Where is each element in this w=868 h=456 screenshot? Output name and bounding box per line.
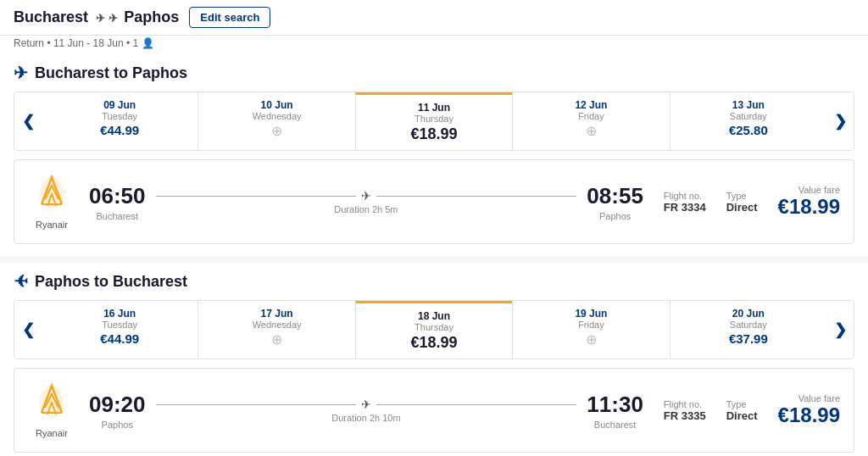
return-flight-no-col: Flight no. FR 3335 — [664, 399, 706, 422]
outbound-depart-block: 06:50 Bucharest — [89, 183, 146, 221]
return-fare-label: Value fare — [778, 393, 840, 403]
outbound-type-col: Type Direct — [726, 191, 758, 214]
edit-search-button[interactable]: Edit search — [189, 7, 270, 28]
return-airline-name: Ryanair — [28, 428, 75, 438]
outbound-type-label: Type — [726, 191, 758, 201]
route-arrow: ✈ ✈ — [96, 12, 120, 25]
outbound-fare-price: €18.99 — [778, 195, 840, 219]
return-fare-block: Value fare €18.99 — [778, 393, 840, 427]
origin-label: Bucharest — [14, 8, 88, 25]
outbound-date-4[interactable]: 13 Jun Saturday €25.80 — [670, 92, 826, 150]
outbound-flight-no-col: Flight no. FR 3334 — [664, 191, 706, 214]
passenger-count: 1 — [133, 37, 139, 49]
outbound-fare-block: Value fare €18.99 — [778, 185, 840, 219]
outbound-next-button[interactable]: ❯ — [826, 92, 854, 150]
outbound-duration-block: ✈ Duration 2h 5m — [146, 189, 587, 214]
return-date-4[interactable]: 20 Jun Saturday €37.99 — [670, 301, 826, 359]
outbound-flight-plane-icon: ✈ — [361, 189, 371, 203]
return-next-button[interactable]: ❯ — [826, 301, 854, 359]
return-type-value: Direct — [726, 409, 758, 422]
outbound-date-0[interactable]: 09 Jun Tuesday €44.99 — [42, 92, 198, 150]
return-arrive-city: Bucharest — [587, 420, 643, 430]
outbound-title: ✈ Bucharest to Paphos — [14, 63, 854, 83]
outbound-depart-time: 06:50 — [89, 183, 146, 209]
outbound-date-2[interactable]: 11 Jun Thursday €18.99 — [355, 92, 512, 150]
outbound-flight-no-label: Flight no. — [664, 191, 706, 201]
page-header: Bucharest ✈ ✈ Paphos Edit search — [0, 0, 868, 36]
return-plane-icon: ✈ — [14, 271, 28, 292]
outbound-duration-text: Duration 2h 5m — [156, 204, 577, 214]
trip-info: Return • 11 Jun - 18 Jun • 1 👤 — [0, 36, 868, 54]
return-date-1[interactable]: 17 Jun Wednesday ⊕ — [198, 301, 354, 359]
return-arrive-time: 11:30 — [587, 392, 643, 418]
return-type-col: Type Direct — [726, 399, 758, 422]
return-prev-button[interactable]: ❮ — [14, 301, 42, 359]
return-flight-card: Ryanair 09:20 Paphos ✈ Duration 2h 10m 1… — [14, 368, 854, 453]
return-duration-block: ✈ Duration 2h 10m — [146, 398, 587, 423]
return-date-nav: ❮ 16 Jun Tuesday €44.99 17 Jun Wednesday… — [14, 300, 854, 359]
return-flight-plane-icon: ✈ — [361, 398, 371, 411]
return-flight-times: 09:20 Paphos ✈ Duration 2h 10m 11:30 Buc… — [89, 392, 643, 430]
outbound-plane-icon: ✈ — [14, 63, 28, 83]
return-date-3[interactable]: 19 Jun Friday ⊕ — [512, 301, 669, 359]
outbound-depart-city: Bucharest — [89, 211, 146, 221]
return-date-0[interactable]: 16 Jun Tuesday €44.99 — [42, 301, 198, 359]
section-divider — [0, 256, 868, 263]
return-section: ✈ Paphos to Bucharest ❮ 16 Jun Tuesday €… — [0, 263, 868, 453]
return-type-label: Type — [726, 399, 758, 409]
return-flight-no-label: Flight no. — [664, 399, 706, 409]
outbound-arrive-time: 08:55 — [587, 183, 643, 209]
outbound-flight-card: Ryanair 06:50 Bucharest ✈ Duration 2h 5m… — [14, 159, 854, 244]
outbound-flight-no-value: FR 3334 — [664, 201, 706, 214]
outbound-section: ✈ Bucharest to Paphos ❮ 09 Jun Tuesday €… — [0, 54, 868, 244]
outbound-date-3[interactable]: 12 Jun Friday ⊕ — [512, 92, 669, 150]
trip-type: Return — [14, 37, 44, 49]
return-depart-time: 09:20 — [89, 392, 146, 418]
route-title: Bucharest ✈ ✈ Paphos — [14, 8, 179, 26]
return-title: ✈ Paphos to Bucharest — [14, 271, 854, 292]
return-date-2[interactable]: 18 Jun Thursday €18.99 — [355, 301, 512, 359]
outbound-airline-name: Ryanair — [28, 220, 75, 230]
ryanair-harp-icon — [28, 174, 75, 218]
trip-dates: 11 Jun - 18 Jun — [53, 37, 124, 49]
outbound-type-value: Direct — [726, 201, 758, 214]
return-depart-city: Paphos — [89, 420, 146, 430]
outbound-date-nav: ❮ 09 Jun Tuesday €44.99 10 Jun Wednesday… — [14, 92, 854, 151]
return-flight-info: Flight no. FR 3335 Type Direct — [664, 399, 758, 422]
outbound-fare-label: Value fare — [778, 185, 840, 195]
outbound-date-1[interactable]: 10 Jun Wednesday ⊕ — [198, 92, 354, 150]
return-arrive-block: 11:30 Bucharest — [587, 392, 643, 430]
return-depart-block: 09:20 Paphos — [89, 392, 146, 430]
outbound-flight-times: 06:50 Bucharest ✈ Duration 2h 5m 08:55 P… — [89, 183, 643, 221]
outbound-flight-info: Flight no. FR 3334 Type Direct — [664, 191, 758, 214]
return-flight-no-value: FR 3335 — [664, 409, 706, 422]
destination-label: Paphos — [124, 8, 179, 25]
return-duration-text: Duration 2h 10m — [156, 413, 577, 423]
return-fare-price: €18.99 — [778, 403, 840, 427]
outbound-airline-logo: Ryanair — [28, 174, 75, 230]
return-airline-logo: Ryanair — [28, 382, 75, 438]
ryanair-harp-icon-2 — [28, 382, 75, 426]
outbound-prev-button[interactable]: ❮ — [14, 92, 42, 150]
outbound-arrive-block: 08:55 Paphos — [587, 183, 643, 221]
outbound-arrive-city: Paphos — [587, 211, 643, 221]
